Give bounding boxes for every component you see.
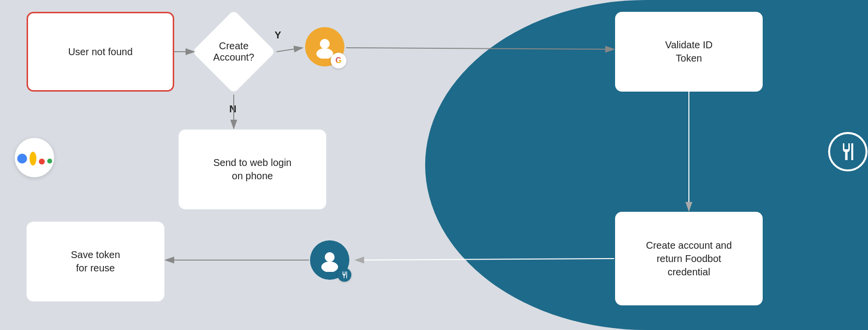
ga-dot-green xyxy=(47,159,52,164)
ga-dot-yellow xyxy=(30,152,36,165)
user-fork-icon xyxy=(310,240,349,280)
svg-point-0 xyxy=(320,39,330,49)
create-account-return-label: Create account and return Foodbot creden… xyxy=(646,239,732,279)
svg-point-3 xyxy=(321,262,338,272)
foodbot-icon xyxy=(828,132,868,171)
fork-knife-icon xyxy=(837,140,859,163)
create-account-label: Create Account? xyxy=(192,10,276,94)
validate-id-box: Validate ID Token xyxy=(615,12,763,92)
y-label: Y xyxy=(275,30,281,41)
ga-dots xyxy=(17,152,52,164)
send-to-web-box: Send to web login on phone xyxy=(179,130,326,209)
fork-badge xyxy=(338,268,351,282)
create-account-diamond: Create Account? xyxy=(192,10,276,94)
svg-point-2 xyxy=(325,252,335,262)
user-not-found-box: User not found xyxy=(27,12,174,92)
save-token-box: Save token for reuse xyxy=(27,222,164,301)
send-to-web-label: Send to web login on phone xyxy=(213,156,291,183)
person-icon-blue xyxy=(318,248,341,272)
user-circle-blue xyxy=(310,240,349,280)
ga-dot-blue xyxy=(17,154,27,164)
fork-knife-small xyxy=(340,270,349,279)
google-badge: G xyxy=(331,53,346,68)
create-account-return-box: Create account and return Foodbot creden… xyxy=(615,212,763,305)
n-label: N xyxy=(229,103,236,115)
user-circle-orange: G xyxy=(305,27,344,66)
save-token-label: Save token for reuse xyxy=(71,248,120,275)
svg-point-1 xyxy=(316,48,333,59)
user-google-icon: G xyxy=(305,27,344,66)
ga-dot-red xyxy=(39,159,45,165)
validate-id-label: Validate ID Token xyxy=(665,38,713,65)
google-assistant-icon xyxy=(15,138,54,177)
user-not-found-label: User not found xyxy=(68,45,132,59)
